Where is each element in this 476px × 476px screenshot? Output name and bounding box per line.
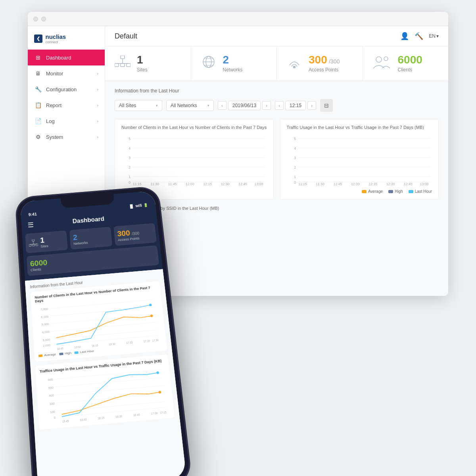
chevron-icon: ›	[97, 71, 98, 76]
svg-line-63	[51, 322, 157, 331]
svg-text:4,000: 4,000	[42, 330, 50, 334]
svg-text:5,000: 5,000	[41, 322, 49, 327]
phone-mockup: 9:41 ▐▌ wifi 🔋 ☰ Dashboard	[24, 182, 175, 476]
phone-outer: 9:41 ▐▌ wifi 🔋 ☰ Dashboard	[15, 186, 192, 476]
svg-text:16:15: 16:15	[92, 344, 98, 347]
legend-high-label: High	[395, 189, 403, 194]
svg-text:2,000: 2,000	[43, 343, 51, 347]
svg-text:400: 400	[49, 393, 54, 398]
lang-text: EN	[429, 33, 436, 39]
networks-label: Networks	[223, 67, 243, 73]
date-value: 2019/06/13	[232, 103, 256, 108]
time-prev-btn[interactable]: ‹	[275, 101, 284, 110]
refresh-button[interactable]: ⊟	[320, 99, 333, 112]
sidebar-item-dashboard[interactable]: ⊞ Dashboard	[28, 50, 105, 65]
legend-last-hour: Last Hour	[409, 189, 432, 194]
ap-label: Access Points	[309, 67, 340, 73]
phone-header-spacer	[143, 215, 150, 216]
sites-filter[interactable]: All Sites ▾	[115, 100, 162, 111]
browser-dot-2	[41, 17, 46, 21]
svg-point-13	[384, 57, 388, 61]
stat-card-sites[interactable]: 1 Sites	[105, 46, 191, 81]
sidebar-label-report: Report	[46, 102, 61, 108]
networks-filter[interactable]: All Networks ▾	[166, 100, 214, 111]
phone-chart-2: Traffice Usage in the Last Hour vs Traff…	[35, 354, 175, 430]
svg-text:0: 0	[294, 180, 296, 184]
svg-text:2: 2	[129, 165, 131, 169]
svg-text:1: 1	[129, 175, 131, 179]
phone-content: Information from the Last Hour Number of…	[25, 269, 186, 476]
lang-selector[interactable]: EN ▾	[429, 33, 439, 39]
svg-text:16:45: 16:45	[57, 347, 63, 350]
signal-icon: ▐▌	[129, 204, 134, 208]
sites-label: Sites	[137, 67, 148, 73]
sidebar-label-log: Log	[46, 118, 55, 124]
svg-point-94	[156, 371, 159, 374]
stat-info-clients: 6000 Clients	[398, 54, 422, 73]
stat-card-clients[interactable]: 6000 Clients	[363, 46, 449, 81]
svg-rect-3	[127, 63, 131, 67]
svg-text:3: 3	[129, 156, 131, 160]
log-icon: 📄	[34, 118, 42, 124]
svg-text:17:15: 17:15	[143, 339, 150, 343]
sidebar-item-configuration[interactable]: 🔧 Configuration ›	[28, 81, 105, 97]
sites-filter-value: All Sites	[119, 103, 136, 108]
svg-line-83	[56, 386, 164, 395]
svg-rect-0	[121, 56, 125, 59]
stat-info-sites: 1 Sites	[137, 54, 148, 73]
filter-row: All Sites ▾ All Networks ▾ ‹ 2019/06/13	[115, 99, 439, 112]
legend-lasthour-dot	[409, 190, 413, 193]
sites-chevron: ▾	[156, 104, 158, 107]
sidebar-label-dashboard: Dashboard	[46, 55, 71, 61]
svg-point-93	[158, 391, 161, 393]
svg-text:3,000: 3,000	[42, 338, 50, 342]
user-icon[interactable]: 👤	[400, 32, 409, 40]
networks-icon	[201, 55, 217, 72]
date-prev-btn[interactable]: ‹	[218, 101, 226, 110]
stat-card-networks[interactable]: 2 Networks	[191, 46, 277, 81]
svg-text:100: 100	[50, 410, 56, 414]
svg-text:5: 5	[129, 137, 131, 141]
date-display[interactable]: 2019/06/13	[228, 101, 261, 110]
svg-text:300: 300	[49, 402, 55, 406]
sidebar-item-monitor[interactable]: 🖥 Monitor ›	[28, 65, 105, 81]
phone-high-label: High	[65, 351, 71, 355]
page-wrapper: ❮ nuclias connect ⊞ Dashboard 🖥 Monitor …	[0, 0, 476, 476]
sidebar-label-configuration: Configuration	[46, 86, 77, 92]
date-next-btn[interactable]: ›	[262, 101, 271, 110]
ap-icon	[286, 55, 302, 72]
svg-text:12:45: 12:45	[404, 182, 413, 186]
sidebar-item-log[interactable]: 📄 Log ›	[28, 113, 105, 129]
svg-rect-1	[115, 63, 119, 67]
svg-text:12:15: 12:15	[369, 182, 377, 186]
time-display[interactable]: 12:15	[285, 101, 306, 110]
chevron-icon-2: ›	[97, 87, 98, 92]
info-section-title: Information from the Last Hour	[115, 88, 439, 94]
svg-text:5: 5	[294, 137, 296, 141]
logo-icon: ❮	[34, 35, 42, 43]
sidebar-item-report[interactable]: 📋 Report ›	[28, 97, 105, 113]
hamburger-icon[interactable]: ☰	[27, 221, 34, 229]
time-next-btn[interactable]: ›	[307, 101, 316, 110]
svg-point-12	[376, 57, 382, 62]
date-nav: ‹ 2019/06/13 ›	[218, 101, 271, 110]
svg-text:12:30: 12:30	[386, 182, 395, 186]
browser-dot-1	[33, 17, 38, 21]
svg-line-61	[50, 307, 155, 316]
main-header: Default 👤 🔨 EN ▾	[105, 26, 448, 46]
stat-card-ap[interactable]: 300 /300 Access Points	[277, 46, 363, 81]
phone-high-dot	[59, 352, 63, 355]
svg-text:0: 0	[54, 416, 56, 420]
lang-chevron: ▾	[436, 33, 439, 39]
svg-text:2: 2	[294, 165, 296, 169]
svg-text:12:30: 12:30	[221, 182, 230, 186]
svg-text:15:45: 15:45	[62, 419, 69, 423]
legend-high: High	[388, 189, 403, 194]
svg-text:17:30: 17:30	[152, 339, 159, 342]
sidebar-item-system[interactable]: ⚙ System ›	[28, 129, 105, 145]
svg-text:13:00: 13:00	[420, 182, 428, 186]
svg-line-65	[52, 336, 158, 345]
tool-icon[interactable]: 🔨	[415, 32, 423, 40]
svg-text:16:00: 16:00	[80, 418, 87, 421]
svg-text:12:00: 12:00	[186, 182, 194, 186]
